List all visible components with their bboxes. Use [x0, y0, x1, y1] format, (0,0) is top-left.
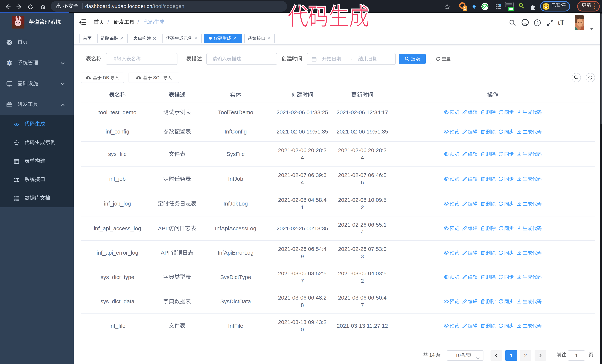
svg-text:?: ? — [536, 21, 538, 25]
svg-text:on: on — [509, 7, 513, 10]
svg-text:1: 1 — [464, 7, 466, 10]
